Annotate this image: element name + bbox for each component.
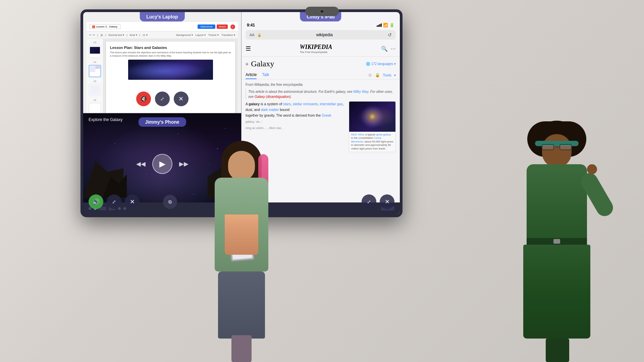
reload-icon[interactable]: ↺ bbox=[388, 32, 392, 38]
jimmy-compress-button[interactable]: ⤢ bbox=[107, 194, 121, 209]
lock-icon: 🔒 bbox=[257, 33, 261, 37]
coma-berenices-link[interactable]: Coma Berenices bbox=[351, 136, 381, 143]
tools-chevron: ▾ bbox=[394, 73, 396, 77]
status-icons: 📶 🔋 bbox=[377, 23, 394, 27]
jimmy-mute-button[interactable]: 🔊 bbox=[89, 194, 103, 209]
display-board: Lucy's Laptop G Lesson 3 : Galaxy Slides… bbox=[80, 9, 402, 217]
tab-talk[interactable]: Talk bbox=[262, 71, 269, 79]
chevron-icon: ▾ bbox=[394, 62, 396, 66]
google-icon: G bbox=[92, 25, 95, 28]
tools-menu[interactable]: Tools bbox=[383, 73, 391, 77]
rewind-button[interactable]: ◀◀ bbox=[136, 160, 146, 168]
galaxy-disambiguation-link[interactable]: Galaxy (disambiguation) bbox=[255, 95, 291, 99]
battery-icon: 🔋 bbox=[389, 23, 394, 27]
jimmy-controls: 🔊 ⤢ ✕ ⧉ bbox=[89, 194, 177, 209]
more-icon[interactable]: ⋯ bbox=[390, 46, 396, 52]
speaker-icon: 🔊 bbox=[92, 198, 100, 205]
article-list-icon: ≡ bbox=[246, 61, 248, 67]
page-thumb-1[interactable] bbox=[89, 46, 101, 58]
laptop-toolbar: G Lesson 3 : Galaxy Slideshow Share L bbox=[87, 22, 238, 32]
lucy-mute-button[interactable]: 🔇 bbox=[136, 92, 151, 106]
fastforward-icon: ▶▶ bbox=[179, 161, 189, 167]
compress-icon-jimmy: ⤢ bbox=[112, 199, 116, 204]
signal-bar-4 bbox=[381, 23, 382, 27]
wiki-from: From Wikipedia, the free encyclopedia bbox=[246, 82, 396, 87]
page-num-14: 14 bbox=[93, 61, 96, 64]
greek-link[interactable]: Greek bbox=[322, 113, 331, 117]
wiki-infobox-img bbox=[349, 102, 395, 132]
wiki-article-body: From Wikipedia, the free encyclopedia Th… bbox=[241, 79, 400, 158]
close-icon: ✕ bbox=[178, 95, 183, 103]
page-num-13: 13 bbox=[93, 41, 96, 44]
format-toolbar: ↩↪| 🖨| Normal text ▾| Arial ▾| 11 ▾ Back… bbox=[87, 32, 238, 39]
lucy-compress-button[interactable]: ⤢ bbox=[155, 92, 170, 106]
fastforward-button[interactable]: ▶▶ bbox=[179, 160, 189, 168]
wiki-logo-subtitle: The Free Encyclopedia bbox=[300, 51, 327, 54]
wiki-logo-title: WIKIPEDIA bbox=[300, 44, 332, 51]
interstellar-gas-link[interactable]: interstellar gas bbox=[320, 102, 342, 106]
search-icon[interactable]: 🔍 bbox=[381, 46, 388, 52]
wiki-hatnote: This article is about the astronomical s… bbox=[246, 89, 396, 99]
signal-bar-2 bbox=[378, 25, 379, 27]
compress-icon-cindy: ⤢ bbox=[367, 199, 371, 204]
doc-title: Lesson Plan: Stars and Galaxies bbox=[110, 46, 231, 50]
page-thumb-2[interactable] bbox=[89, 65, 101, 77]
wiki-article-header: ≡ Galaxy 🌐 172 languages ▾ bbox=[241, 57, 400, 71]
lucy-controls: 🔇 ⤢ ✕ bbox=[136, 92, 189, 106]
doc-galaxy-image bbox=[128, 60, 213, 80]
stars-link[interactable]: stars bbox=[283, 102, 291, 106]
webcam-lens-inner bbox=[321, 10, 323, 12]
article-title: Galaxy bbox=[251, 59, 363, 68]
tab-article[interactable]: Article bbox=[246, 71, 257, 79]
address-bar[interactable]: AA 🔒 wikipedia ↺ bbox=[246, 30, 396, 40]
aa-text: AA bbox=[250, 33, 255, 37]
quadrant-cindy: Cindy's iPad 9:41 📶 🔋 AA bbox=[241, 12, 400, 215]
jimmy-device-label: Jimmy's Phone bbox=[138, 117, 186, 127]
video-controls: ◀◀ ▶ ▶▶ bbox=[136, 154, 189, 174]
tab-label: Lesson 3 : Galaxy bbox=[96, 25, 117, 28]
play-button[interactable]: ▶ bbox=[152, 154, 172, 174]
page-thumb-3[interactable] bbox=[89, 84, 101, 96]
wifi-icon: 📶 bbox=[383, 23, 388, 27]
jimmy-close-button[interactable]: ✕ bbox=[125, 194, 140, 209]
board-content: Lucy's Laptop G Lesson 3 : Galaxy Slides… bbox=[83, 12, 400, 215]
hamburger-icon[interactable]: ☰ bbox=[246, 45, 251, 52]
wiki-infobox: NGC 4414, a typical spiral galaxy in the… bbox=[349, 101, 396, 152]
webcam bbox=[305, 7, 339, 16]
compress-icon: ⤢ bbox=[160, 96, 164, 102]
explore-label: Explore the Galaxy bbox=[89, 117, 122, 122]
page-num-16: 16 bbox=[93, 99, 96, 102]
wiki-icons: 🔍 ⋯ bbox=[381, 46, 396, 52]
translate-section[interactable]: 🌐 172 languages ▾ bbox=[366, 62, 396, 66]
star-icon[interactable]: ☆ bbox=[368, 72, 372, 78]
thumb-content-2 bbox=[90, 66, 96, 72]
cindy-close-button[interactable]: ✕ bbox=[380, 194, 394, 209]
dark-matter-link[interactable]: dark matter bbox=[261, 108, 279, 112]
lucy-close-button[interactable]: ✕ bbox=[174, 92, 189, 106]
doc-subtitle: This lesson plan includes the objectives… bbox=[110, 51, 231, 58]
page-thumb-4[interactable] bbox=[89, 103, 101, 113]
signal-bar-1 bbox=[377, 25, 378, 27]
quadrant-jimmy: Explore the Galaxy Jimmy's Phone ◀◀ ▶ ▶▶… bbox=[83, 113, 241, 215]
rock-right bbox=[208, 168, 241, 198]
slideshow-button[interactable]: Slideshow bbox=[198, 24, 215, 29]
doc-sidebar: 13 14 15 16 bbox=[87, 39, 103, 113]
pip-button[interactable]: ⧉ bbox=[163, 195, 177, 209]
cindy-compress-button[interactable]: ⤢ bbox=[362, 194, 376, 209]
cindy-controls: ⤢ ✕ bbox=[362, 194, 394, 209]
lock-small-icon: 🔒 bbox=[375, 73, 380, 77]
stellar-remnants-link[interactable]: stellar remnants bbox=[293, 102, 318, 106]
pip-icon: ⧉ bbox=[168, 199, 172, 205]
spiral-galaxy-link[interactable]: spiral galaxy bbox=[376, 133, 391, 136]
close-icon-jimmy: ✕ bbox=[130, 198, 135, 205]
ngc-4414-link[interactable]: NGC 4414 bbox=[351, 133, 364, 136]
milky-way-link[interactable]: Milky Way bbox=[354, 90, 369, 94]
thumb-img-1 bbox=[90, 47, 100, 54]
signal-bar-3 bbox=[379, 24, 380, 27]
share-button[interactable]: Share bbox=[217, 24, 228, 29]
play-icon: ▶ bbox=[159, 159, 165, 169]
close-icon-cindy: ✕ bbox=[385, 198, 390, 205]
wiki-logo-area: WIKIPEDIA The Free Encyclopedia bbox=[300, 44, 332, 54]
webcam-lens bbox=[320, 9, 324, 14]
wiki-body-text: NGC 4414, a typical spiral galaxy in the… bbox=[246, 101, 396, 130]
